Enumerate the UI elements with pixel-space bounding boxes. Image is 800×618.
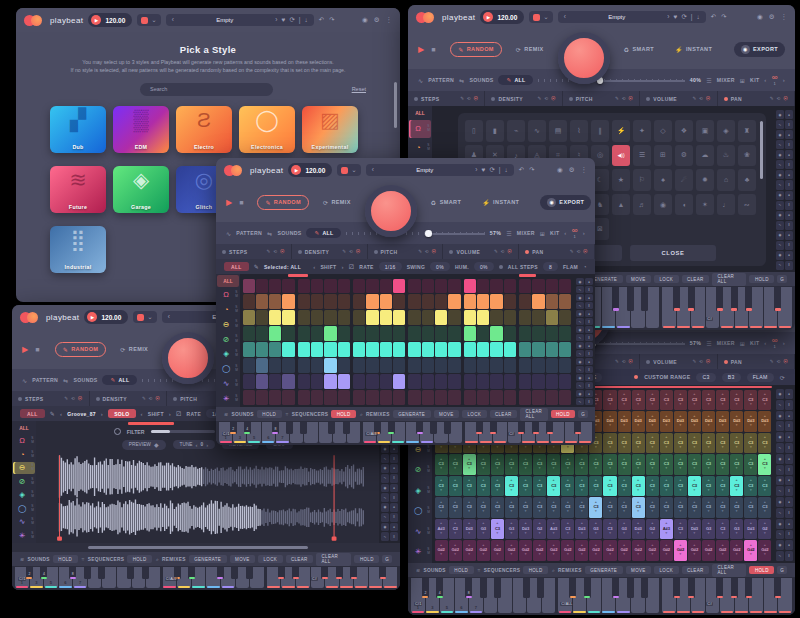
step-cell[interactable] xyxy=(324,358,336,373)
pitch-down-icon[interactable]: ▼ xyxy=(468,467,471,470)
pitch-up-icon[interactable]: ▲ xyxy=(482,522,485,525)
step-cell[interactable] xyxy=(269,279,281,294)
remix-button[interactable]: ⟳REMIX xyxy=(113,343,155,356)
row-dot-icon[interactable]: ● xyxy=(585,278,593,285)
pitch-cell[interactable]: ▲G2▼ xyxy=(533,519,546,540)
pitch-down-icon[interactable]: ▼ xyxy=(651,403,654,406)
pencil-icon[interactable]: ✎ xyxy=(342,249,346,254)
pitch-up-icon[interactable]: ▲ xyxy=(622,501,625,504)
pitch-up-icon[interactable]: ▲ xyxy=(439,501,442,504)
pitch-up-icon[interactable]: ▲ xyxy=(594,479,597,482)
pitch-cell[interactable]: ▲G#2▼ xyxy=(561,540,574,561)
pitch-cell[interactable]: ▲G#2▼ xyxy=(674,540,687,561)
pitch-cell[interactable]: ▲C3▼ xyxy=(716,476,729,497)
style-tile-dub[interactable]: ▞Dub xyxy=(50,106,106,153)
pitch-up-icon[interactable]: ▲ xyxy=(735,393,738,396)
track-icon-4[interactable]: ⊘SM xyxy=(13,475,35,488)
pitch-cell[interactable]: ▲C3▼ xyxy=(758,497,771,518)
row-speaker-icon[interactable]: ◉ xyxy=(576,374,584,381)
pitch-cell[interactable]: ▲C3▼ xyxy=(744,390,757,411)
pitch-down-icon[interactable]: ▼ xyxy=(651,467,654,470)
pitch-up-icon[interactable]: ▲ xyxy=(482,544,485,547)
pitch-cell[interactable]: ▲G#2▼ xyxy=(463,540,476,561)
piano-key-black[interactable] xyxy=(188,567,195,579)
pitch-down-icon[interactable]: ▼ xyxy=(608,403,611,406)
piano-key-black[interactable] xyxy=(716,287,723,311)
step-cell[interactable] xyxy=(546,342,558,357)
pitch-cell[interactable]: ▲C3▼ xyxy=(561,476,574,497)
row-wave-icon[interactable]: ∿ xyxy=(776,160,784,169)
piano-key-black[interactable] xyxy=(246,567,253,579)
pitch-cell[interactable]: ▲C3▼ xyxy=(449,497,462,518)
pitch-down-icon[interactable]: ▼ xyxy=(763,532,766,535)
step-cell[interactable] xyxy=(282,342,294,357)
param-section-steps[interactable]: STEPS✎⟲⦿ xyxy=(12,391,90,406)
step-cell[interactable] xyxy=(435,390,447,405)
move-button[interactable]: MOVE xyxy=(434,410,459,418)
bpm-display[interactable]: ▶120.00 xyxy=(88,13,132,27)
step-cell[interactable] xyxy=(490,294,502,309)
pitch-cell[interactable]: ▲C3▼ xyxy=(632,497,645,518)
step-cell[interactable] xyxy=(243,342,255,357)
pitch-cell[interactable]: ▲C3▼ xyxy=(702,390,715,411)
pitch-down-icon[interactable]: ▼ xyxy=(496,510,499,513)
g-button[interactable]: G xyxy=(777,275,787,283)
track-glyph-icon[interactable]: ∿ xyxy=(410,527,426,536)
pitch-up-icon[interactable]: ▲ xyxy=(735,522,738,525)
pitch-up-icon[interactable]: ▲ xyxy=(510,501,513,504)
pitch-down-icon[interactable]: ▼ xyxy=(580,446,583,449)
piano-key-black[interactable] xyxy=(612,287,619,311)
g-button[interactable]: G xyxy=(578,410,588,418)
remix-hold-button[interactable]: HOLD xyxy=(354,555,379,563)
pitch-up-icon[interactable]: ▲ xyxy=(665,436,668,439)
next-preset-icon[interactable]: › xyxy=(275,17,277,24)
step-cell[interactable] xyxy=(477,374,489,389)
step-cell[interactable] xyxy=(393,374,405,389)
pitch-down-icon[interactable]: ▼ xyxy=(763,424,766,427)
pitch-down-icon[interactable]: ▼ xyxy=(693,510,696,513)
row-pause-icon[interactable]: ‖ xyxy=(785,530,793,540)
next-sample-icon[interactable]: › xyxy=(101,411,103,417)
kit-icon[interactable]: ⊞ xyxy=(740,77,745,84)
step-cell[interactable] xyxy=(393,358,405,373)
piano-key-black[interactable] xyxy=(641,287,648,311)
flam-button[interactable]: FLAM xyxy=(747,373,774,382)
pitch-down-icon[interactable]: ▼ xyxy=(735,532,738,535)
pitch-down-icon[interactable]: ▼ xyxy=(482,510,485,513)
pitch-down-icon[interactable]: ▼ xyxy=(496,553,499,556)
pitch-cell[interactable]: ▲C3▼ xyxy=(632,433,645,454)
sequencers-hold-button[interactable]: HOLD xyxy=(523,566,548,574)
row-dot-icon[interactable]: ● xyxy=(585,342,593,349)
sound-icon-tile[interactable]: ♜ xyxy=(738,120,756,142)
all-pill[interactable]: ALL xyxy=(20,409,45,418)
step-cell[interactable] xyxy=(269,390,281,405)
row-wave-icon[interactable]: ∿ xyxy=(776,120,784,129)
row-speaker-icon[interactable]: ◉ xyxy=(381,523,389,532)
pitch-cell[interactable]: ▲C3▼ xyxy=(702,497,715,518)
pitch-up-icon[interactable]: ▲ xyxy=(622,393,625,396)
settings-icon[interactable]: ⚙ xyxy=(374,17,380,24)
clear-all-button[interactable]: CLEAR ALL xyxy=(520,408,548,421)
step-cell[interactable] xyxy=(422,310,434,325)
step-cell[interactable] xyxy=(448,374,460,389)
pitch-up-icon[interactable]: ▲ xyxy=(637,544,640,547)
pitch-down-icon[interactable]: ▼ xyxy=(721,489,724,492)
row-wave-icon[interactable]: ∿ xyxy=(776,551,784,561)
pitch-cell[interactable]: ▲C3▼ xyxy=(716,497,729,518)
pitch-up-icon[interactable]: ▲ xyxy=(594,458,597,461)
track-glyph-icon[interactable]: ◯ xyxy=(218,364,234,373)
track-icon-7[interactable]: ∿SM xyxy=(13,516,35,529)
pitch-up-icon[interactable]: ▲ xyxy=(594,544,597,547)
pitch-up-icon[interactable]: ▲ xyxy=(763,544,766,547)
pitch-down-icon[interactable]: ▼ xyxy=(637,424,640,427)
pattern-label[interactable]: PATTERN xyxy=(236,230,262,236)
pitch-cell[interactable]: ▲G#2▼ xyxy=(632,540,645,561)
step-cell[interactable] xyxy=(519,358,531,373)
pitch-cell[interactable]: ▲G#2▼ xyxy=(716,540,729,561)
pitch-up-icon[interactable]: ▲ xyxy=(735,479,738,482)
piano-key-black[interactable] xyxy=(343,422,350,434)
pitch-up-icon[interactable]: ▲ xyxy=(468,544,471,547)
step-cell[interactable] xyxy=(393,390,405,405)
pitch-down-icon[interactable]: ▼ xyxy=(763,467,766,470)
pitch-cell[interactable]: ▲C3▼ xyxy=(463,497,476,518)
